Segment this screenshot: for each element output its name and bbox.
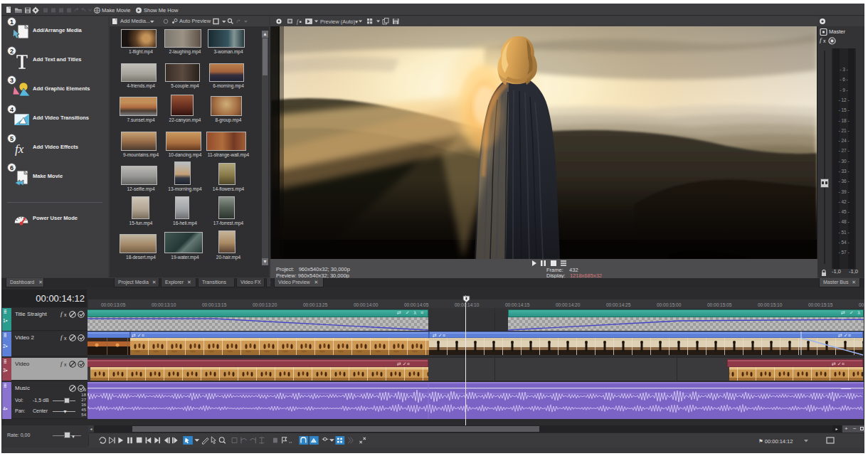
svg-text:fx: fx [15,142,24,156]
svg-text:⇄ ✓≡: ⇄ ✓≡ [838,333,851,338]
svg-text:⇄ ✓≡: ⇄ ✓≡ [832,361,845,366]
svg-text:⚑ 00:00:14:12: ⚑ 00:00:14:12 [758,438,793,445]
svg-text:f: f [297,18,299,25]
svg-text:⇄ ✓≡: ⇄ ✓≡ [132,333,144,338]
svg-text:⇄ ✓≡: ⇄ ✓≡ [397,361,410,366]
svg-text:⇄ ✓≡: ⇄ ✓≡ [433,333,445,338]
svg-text:,,: ,, [289,438,292,444]
